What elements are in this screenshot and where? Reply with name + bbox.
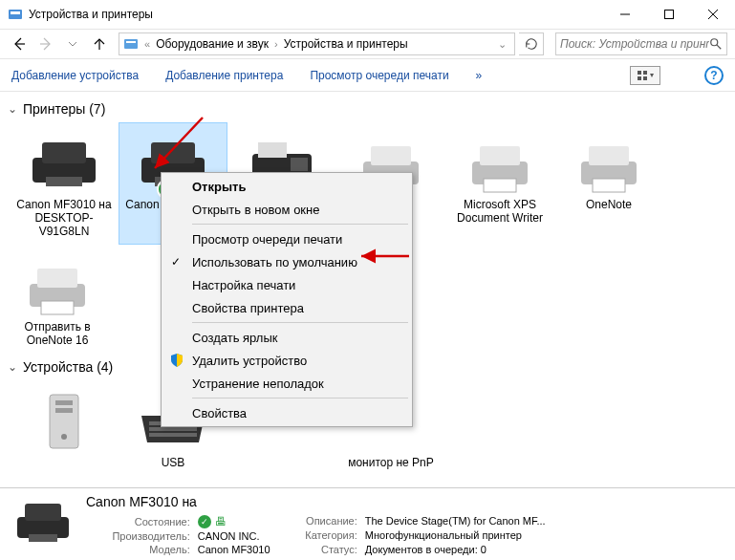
ctx-delete-device[interactable]: Удалить устройство: [163, 349, 410, 372]
ctx-troubleshoot[interactable]: Устранение неполадок: [163, 372, 410, 395]
lbl-model: Модель:: [86, 544, 190, 555]
forward-button[interactable]: [34, 32, 57, 55]
svg-rect-20: [46, 177, 82, 186]
ctx-print-settings[interactable]: Настройка печати: [163, 273, 410, 296]
val-description: The Device Stage(TM) for Canon MF...: [365, 515, 554, 527]
printer-item[interactable]: Отправить в OneNote 16: [10, 245, 105, 354]
breadcrumb-item[interactable]: Оборудование и звук: [156, 37, 269, 51]
minimize-button[interactable]: [603, 0, 647, 29]
svg-rect-44: [55, 408, 73, 413]
ctx-properties[interactable]: Свойства: [163, 401, 410, 424]
add-device-link[interactable]: Добавление устройства: [11, 69, 139, 82]
back-button[interactable]: [8, 32, 31, 55]
up-button[interactable]: [88, 32, 111, 55]
svg-rect-37: [589, 146, 629, 165]
lbl-status: Статус:: [296, 544, 357, 555]
svg-rect-9: [124, 39, 138, 49]
toolbar-overflow[interactable]: »: [476, 69, 483, 82]
state-value: ✓🖶: [198, 515, 227, 528]
help-button[interactable]: ?: [704, 66, 724, 85]
search-icon[interactable]: [709, 37, 723, 51]
svg-rect-3: [665, 11, 674, 19]
svg-rect-38: [593, 179, 625, 192]
lbl-category: Категория:: [296, 529, 357, 541]
breadcrumb-sep: «: [141, 38, 154, 50]
chevron-down-icon: ⌄: [8, 360, 17, 374]
printer-icon: [459, 129, 541, 196]
svg-line-17: [155, 118, 203, 168]
shield-icon: [169, 353, 184, 368]
printer-item[interactable]: Microsoft XPS Document Writer: [445, 122, 554, 245]
app-icon: [8, 7, 23, 22]
breadcrumb[interactable]: « Оборудование и звук › Устройства и при…: [119, 32, 515, 55]
svg-rect-43: [55, 400, 73, 405]
svg-rect-25: [258, 142, 287, 158]
svg-rect-47: [149, 427, 197, 431]
search-input[interactable]: [560, 37, 709, 51]
group-header-printers[interactable]: ⌄ Принтеры (7): [8, 101, 725, 117]
ctx-view-queue[interactable]: Просмотр очереди печати: [163, 227, 410, 250]
ctx-create-shortcut[interactable]: Создать ярлык: [163, 326, 410, 349]
val-model: Canon MF3010: [198, 544, 296, 555]
check-icon: ✓: [171, 255, 181, 269]
ctx-open-new-window[interactable]: Открыть в новом окне: [163, 198, 410, 221]
details-thumbnail: [10, 494, 76, 551]
svg-rect-40: [37, 269, 77, 288]
svg-rect-52: [29, 534, 57, 542]
tower-pc-icon: [23, 387, 105, 454]
svg-rect-35: [484, 179, 516, 192]
svg-rect-48: [149, 433, 197, 437]
printer-item[interactable]: Canon MF3010 на DESKTOP-V91G8LN: [10, 122, 119, 245]
close-button[interactable]: [691, 0, 735, 29]
svg-line-12: [717, 45, 721, 49]
val-category: Многофункциональный принтер: [365, 529, 554, 541]
svg-rect-13: [638, 71, 641, 75]
svg-rect-1: [11, 11, 20, 14]
svg-rect-15: [638, 76, 641, 80]
svg-rect-51: [25, 504, 61, 521]
refresh-button[interactable]: [519, 32, 544, 55]
maximize-button[interactable]: [647, 0, 691, 29]
printer-icon: [568, 129, 650, 196]
location-icon: [123, 36, 139, 52]
printer-status-icon: 🖶: [215, 515, 227, 528]
svg-rect-19: [42, 142, 86, 163]
context-menu: Открыть Открыть в новом окне Просмотр оч…: [161, 172, 413, 427]
search-box[interactable]: [555, 32, 727, 55]
chevron-down-icon: ⌄: [8, 102, 17, 116]
svg-rect-16: [643, 76, 647, 80]
svg-rect-14: [643, 71, 647, 75]
view-queue-link[interactable]: Просмотр очереди печати: [310, 69, 448, 82]
svg-rect-26: [291, 158, 308, 171]
lbl-manufacturer: Производитель:: [86, 530, 190, 542]
details-pane: Canon MF3010 на Состояние: ✓🖶 Производит…: [0, 487, 735, 560]
val-status: Документов в очереди: 0: [365, 544, 554, 555]
window-title: Устройства и принтеры: [29, 8, 153, 21]
ctx-printer-properties[interactable]: Свойства принтера: [163, 296, 410, 319]
svg-point-45: [61, 434, 67, 440]
printer-item[interactable]: OneNote: [554, 122, 663, 245]
history-dropdown[interactable]: [61, 32, 84, 55]
view-mode-button[interactable]: ▾: [630, 66, 660, 85]
svg-rect-10: [126, 41, 136, 43]
lbl-description: Описание:: [296, 515, 357, 527]
svg-point-11: [711, 39, 718, 46]
printer-icon: [16, 251, 98, 318]
val-manufacturer: CANON INC.: [198, 530, 296, 542]
breadcrumb-dropdown-icon[interactable]: ⌄: [494, 38, 510, 51]
breadcrumb-item[interactable]: Устройства и принтеры: [284, 37, 408, 51]
printer-icon: [23, 129, 105, 196]
lbl-state: Состояние:: [86, 516, 190, 528]
details-title: Canon MF3010 на: [86, 494, 725, 509]
svg-rect-34: [480, 146, 520, 165]
device-item[interactable]: [10, 380, 119, 476]
svg-rect-31: [371, 146, 411, 165]
add-printer-link[interactable]: Добавление принтера: [165, 69, 283, 82]
svg-rect-41: [41, 301, 74, 314]
